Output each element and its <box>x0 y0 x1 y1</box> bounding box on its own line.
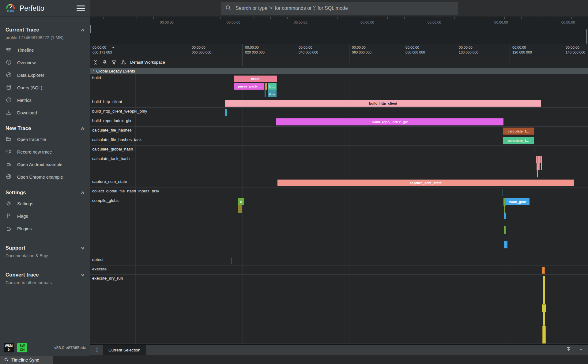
slice[interactable] <box>231 258 232 264</box>
chevron-up-icon[interactable] <box>578 347 584 353</box>
ruler-time-label: 00:00:00 <box>245 45 296 50</box>
pin-off-icon[interactable] <box>102 60 107 65</box>
slice[interactable] <box>540 156 541 163</box>
expand-panel-icon[interactable] <box>566 347 571 353</box>
track-row-collect_global_file_hash_inputs_task[interactable]: collect_global_file_hash_inputs_task <box>90 188 588 197</box>
sidebar-item-open-android-example[interactable]: Open Android example <box>0 158 90 171</box>
sidebar-item-download[interactable]: Download <box>0 106 90 119</box>
track-row-detect[interactable]: detect <box>90 256 588 266</box>
chevron-up-icon[interactable]: ∧ <box>81 190 85 195</box>
slice[interactable] <box>542 304 546 312</box>
track-row-compile_globs[interactable]: compile_globs <box>90 197 588 256</box>
sidebar-item-metrics[interactable]: Metrics <box>0 94 90 106</box>
slice[interactable] <box>541 156 542 163</box>
minimap-tick <box>204 17 204 19</box>
minimap-tick <box>153 17 154 19</box>
workspace-name[interactable]: Default Workspace <box>130 60 165 65</box>
slice-walk_glob[interactable]: walk_glob <box>506 198 530 205</box>
slice-build_http_client[interactable]: build_http_client <box>225 100 541 107</box>
track-row-calculate_global_hash[interactable]: calculate_global_hash <box>90 146 588 155</box>
ruler-time-label: 00:00:00 <box>192 45 242 50</box>
track-row-calculate_task_hash[interactable]: calculate_task_hash <box>90 155 588 178</box>
ruler-offset-label: 100 000 000 <box>459 50 510 55</box>
sidebar-item-data-explorer[interactable]: Data Explorer <box>0 69 90 81</box>
top-bar <box>90 0 588 17</box>
slice[interactable] <box>504 226 506 234</box>
slice-parse_pack[interactable]: parse_pack… <box>234 83 264 90</box>
slice[interactable] <box>265 83 267 90</box>
workspace-icon[interactable] <box>120 60 126 65</box>
track-row-build_http_client_webpki_only[interactable]: build_http_client_webpki_only <box>90 108 588 117</box>
sidebar-section-header[interactable]: Settings∧ <box>0 188 90 197</box>
sidebar-section-header[interactable]: New Trace∧ <box>0 123 90 133</box>
slice[interactable] <box>537 163 539 170</box>
sidebar-item-open-trace-file[interactable]: Open trace file <box>0 133 90 146</box>
menu-icon[interactable] <box>77 4 85 13</box>
info-icon <box>6 59 12 66</box>
slice[interactable] <box>534 147 534 154</box>
slice-p[interactable]: p… <box>268 90 277 97</box>
slice-capture_scm_state[interactable]: capture_scm_state <box>277 180 574 186</box>
slice-build[interactable]: build <box>234 76 277 82</box>
minimap-scrollbar-thumb[interactable] <box>586 29 587 44</box>
slice-build_repo_index_gix[interactable]: build_repo_index_gix <box>276 118 503 125</box>
sidebar-item-flags[interactable]: Flags <box>0 210 90 222</box>
track-group-header[interactable]: ^ Global Legacy Events <box>90 68 588 74</box>
sidebar-section-header[interactable]: Convert trace∨ <box>0 270 90 280</box>
slice[interactable] <box>504 213 506 219</box>
slice[interactable] <box>536 156 537 163</box>
ruler-time-label: 00:00:00 <box>512 45 563 50</box>
slice[interactable] <box>539 163 540 170</box>
sidebar-item-query-sql-[interactable]: Query (SQL) <box>0 81 90 94</box>
slice-c[interactable]: c <box>238 198 244 205</box>
track-row-execute_dry_run[interactable]: execute_dry_run <box>90 275 588 344</box>
slice[interactable] <box>542 267 545 274</box>
track-row-build[interactable]: build <box>90 74 588 98</box>
slice-calculate_f[interactable]: calculate_f… <box>503 137 534 144</box>
slice[interactable] <box>538 156 539 163</box>
tab-current-selection[interactable]: Current Selection <box>103 345 146 355</box>
slice[interactable] <box>537 156 538 163</box>
slice-b[interactable]: b… <box>268 83 277 90</box>
sidebar-section-header[interactable]: Current Trace∧ <box>0 25 90 35</box>
slice[interactable] <box>542 326 546 344</box>
tab-menu-icon[interactable]: ⋮ <box>94 347 100 353</box>
sidebar-item-open-chrome-example[interactable]: Open Chrome example <box>0 171 90 183</box>
filter-icon[interactable] <box>111 60 117 65</box>
time-ruler[interactable]: 00:00:00+000 171 08300:00:00000 000 0000… <box>90 44 588 58</box>
sidebar-item-overview[interactable]: Overview <box>0 56 90 69</box>
slice[interactable] <box>504 206 505 213</box>
sidebar-item-plugins[interactable]: Plugins <box>0 222 90 235</box>
collapse-tracks-icon[interactable] <box>93 60 98 65</box>
track-row-execute[interactable]: execute <box>90 266 588 275</box>
search-input[interactable] <box>235 5 454 11</box>
slice[interactable] <box>543 276 545 304</box>
sidebar-item-label: Timeline <box>17 48 34 53</box>
slice[interactable] <box>265 90 266 97</box>
timeline-sync-button[interactable]: Timeline Sync <box>0 356 53 364</box>
sidebar-item-timeline[interactable]: Timeline <box>0 44 90 56</box>
slice[interactable] <box>503 189 503 196</box>
sidebar-item-settings[interactable]: Settings <box>0 197 90 210</box>
slice[interactable] <box>537 170 538 177</box>
timeline-minimap[interactable]: 00:00:0000:00:0000:00:0000:00:0000:00:00… <box>90 17 588 44</box>
slice[interactable] <box>539 156 540 163</box>
group-collapse-icon[interactable]: ^ <box>92 69 94 73</box>
minimap-tick <box>404 17 405 19</box>
chevron-up-icon[interactable]: ∧ <box>81 28 85 32</box>
sidebar-section-header[interactable]: Support∨ <box>0 243 90 253</box>
chevron-down-icon[interactable]: ∨ <box>81 273 85 277</box>
chevron-down-icon[interactable]: ∨ <box>81 246 85 250</box>
slice[interactable] <box>541 163 542 170</box>
slice[interactable] <box>504 241 507 248</box>
slice[interactable] <box>238 205 242 213</box>
search-box[interactable] <box>221 2 458 15</box>
sync-icon <box>4 357 9 363</box>
slice[interactable] <box>225 109 227 116</box>
slice[interactable] <box>503 198 506 206</box>
slice[interactable] <box>543 312 545 326</box>
sidebar-item-record-new-trace[interactable]: Record new trace <box>0 146 90 158</box>
chevron-up-icon[interactable]: ∧ <box>81 126 85 131</box>
left-scrollbar-thumb[interactable] <box>90 25 91 33</box>
slice-calculate_f[interactable]: calculate_f… <box>503 128 534 135</box>
